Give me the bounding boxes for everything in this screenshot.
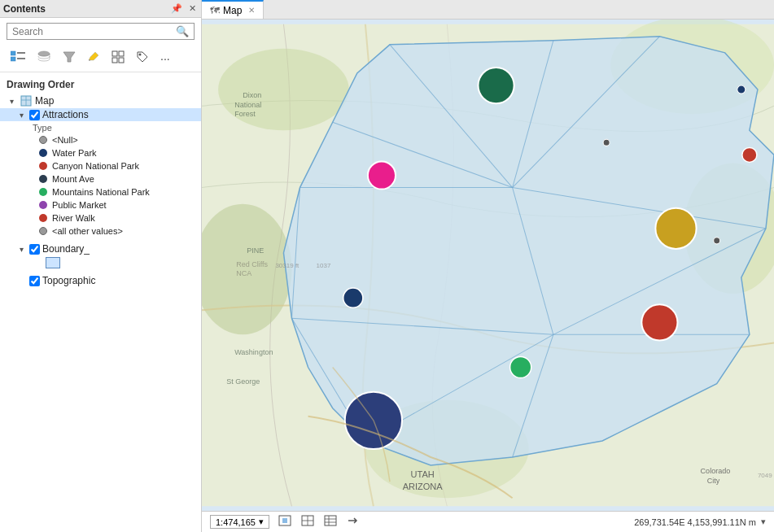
public-market-label: Public Market (52, 200, 107, 210)
scale-selector[interactable]: 1:474,165 ▾ (210, 515, 269, 529)
other-values-dot (39, 227, 47, 235)
svg-text:UTAH: UTAH (411, 469, 435, 479)
toolbar-pencil-button[interactable] (83, 48, 104, 68)
app-container: Contents 📌 ✕ 🔍 (0, 0, 774, 532)
legend-water-park: Water Park (0, 146, 201, 159)
expand-arrow-boundary: ▾ (20, 245, 29, 254)
expand-arrow-attractions: ▾ (20, 111, 29, 120)
search-input[interactable] (12, 26, 176, 37)
public-market-dot (39, 201, 47, 209)
drawing-order-title: Drawing Order (0, 77, 201, 94)
toolbar-list-button[interactable] (7, 48, 29, 68)
svg-rect-7 (112, 51, 117, 56)
search-bar: 🔍 (7, 23, 195, 40)
svg-rect-67 (325, 516, 336, 525)
boundary-symbol (46, 257, 60, 268)
panel-controls: 📌 ✕ (169, 2, 198, 15)
svg-point-43 (343, 288, 363, 307)
contents-area: Drawing Order ▾ Map ▾ Attractions Type < (0, 72, 201, 532)
map-tab[interactable]: 🗺 Map ✕ (202, 0, 264, 19)
svg-point-38 (737, 85, 746, 94)
svg-text:St George: St George (226, 377, 260, 386)
zoom-to-extent-button[interactable] (276, 514, 294, 530)
svg-point-36 (478, 68, 514, 103)
svg-text:1037: 1037 (317, 262, 331, 269)
svg-rect-8 (119, 51, 124, 56)
svg-point-11 (139, 54, 142, 56)
svg-text:30319 ft: 30319 ft (275, 262, 300, 269)
grid-ref-button[interactable] (299, 514, 317, 530)
left-panel: Contents 📌 ✕ 🔍 (0, 0, 202, 532)
legend-mount-ave: Mount Ave (0, 172, 201, 185)
other-values-label: <all other values> (52, 226, 123, 236)
svg-text:National: National (234, 101, 261, 109)
svg-point-4 (38, 51, 50, 56)
toolbar-db-button[interactable] (33, 48, 55, 68)
svg-text:Colorado: Colorado (701, 467, 731, 475)
river-walk-label: River Walk (52, 213, 95, 223)
water-park-dot (39, 149, 47, 157)
svg-text:7049 ft: 7049 ft (758, 472, 774, 479)
svg-text:Washington: Washington (234, 348, 273, 356)
svg-rect-10 (119, 58, 124, 63)
water-park-label: Water Park (52, 148, 97, 158)
map-svg: Dixon National Forest PINE Red Cliffs NC… (202, 20, 774, 511)
coordinates-expand-icon: ▾ (761, 517, 766, 527)
toolbar-filter-button[interactable] (59, 48, 80, 68)
tree-item-attractions[interactable]: ▾ Attractions (0, 108, 201, 121)
svg-text:Dixon: Dixon (243, 91, 261, 99)
table-button[interactable] (321, 514, 339, 530)
scale-dropdown-icon: ▾ (259, 517, 264, 527)
map-statusbar: 1:474,165 ▾ (202, 511, 774, 532)
tree-item-boundary[interactable]: ▾ Boundary_ (0, 242, 201, 255)
panel-header: Contents 📌 ✕ (0, 0, 201, 18)
map-layer-icon (20, 94, 33, 107)
topographic-checkbox[interactable] (29, 276, 40, 286)
svg-text:PINE: PINE (247, 246, 264, 255)
panel-close-button[interactable]: ✕ (187, 2, 198, 15)
map-viewport[interactable]: Dixon National Forest PINE Red Cliffs NC… (202, 20, 774, 511)
svg-rect-1 (11, 57, 15, 61)
mountains-label: Mountains National Park (52, 187, 150, 197)
boundary-label: Boundary_ (42, 243, 90, 255)
svg-point-37 (368, 161, 396, 189)
tree-item-topographic[interactable]: Topographic (0, 274, 201, 287)
map-layer-label: Map (35, 95, 54, 107)
svg-point-42 (714, 238, 720, 244)
map-tab-close-button[interactable]: ✕ (248, 6, 255, 15)
status-icons (276, 514, 361, 530)
attractions-checkbox[interactable] (29, 110, 40, 120)
mount-ave-dot (39, 175, 47, 183)
svg-point-41 (655, 208, 696, 249)
scale-value: 1:474,165 (216, 517, 256, 527)
svg-text:NCA: NCA (236, 269, 251, 277)
map-tab-icon: 🗺 (210, 5, 220, 16)
null-label: <Null> (52, 135, 78, 145)
svg-rect-63 (282, 518, 287, 523)
coordinates-display: 269,731.54E 4,153,991.11N m (634, 517, 756, 527)
svg-point-39 (742, 147, 757, 162)
legend-canyon: Canyon National Park (0, 159, 201, 172)
boundary-checkbox[interactable] (29, 244, 40, 255)
boundary-legend (0, 255, 201, 274)
svg-text:City: City (707, 477, 720, 485)
mountains-dot (39, 188, 47, 196)
tree-item-map[interactable]: ▾ Map (0, 94, 201, 108)
toolbar-more-button[interactable]: ··· (156, 50, 174, 68)
arrow-button[interactable] (344, 514, 361, 530)
canyon-dot (39, 162, 47, 170)
svg-point-40 (603, 139, 610, 146)
toolbar-tag-button[interactable] (132, 48, 153, 68)
legend-river-walk: River Walk (0, 211, 201, 225)
river-walk-dot (39, 214, 47, 222)
svg-point-44 (641, 304, 677, 340)
attractions-label: Attractions (42, 109, 89, 120)
null-dot (39, 136, 47, 144)
panel-pin-button[interactable]: 📌 (169, 2, 184, 15)
legend-mountains-national-park: Mountains National Park (0, 185, 201, 198)
panel-title: Contents (3, 3, 46, 15)
svg-text:Forest: Forest (234, 110, 256, 118)
topographic-label: Topographic (42, 275, 95, 286)
expand-arrow-map: ▾ (10, 97, 20, 106)
toolbar-grid-button[interactable] (107, 48, 129, 68)
